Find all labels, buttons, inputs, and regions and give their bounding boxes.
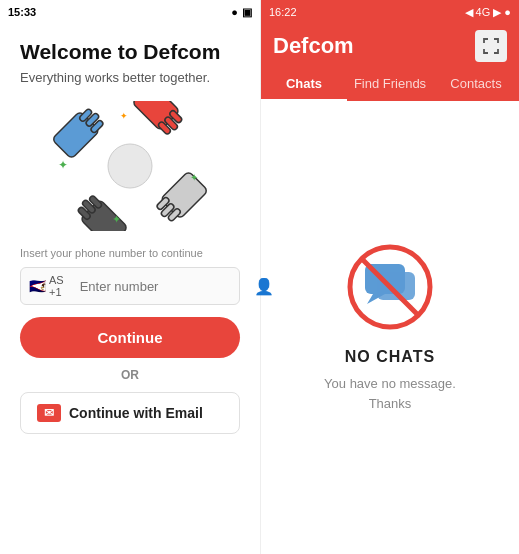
- tab-find-friends[interactable]: Find Friends: [347, 68, 433, 101]
- contacts-icon[interactable]: 👤: [254, 277, 274, 296]
- email-icon: ✉: [37, 404, 61, 422]
- time-right: 16:22: [269, 6, 297, 18]
- email-continue-button[interactable]: ✉ Continue with Email: [20, 392, 240, 434]
- no-chats-subtitle: You have no message. Thanks: [324, 374, 456, 413]
- signal-icon: ▣: [242, 6, 252, 19]
- flag-selector[interactable]: 🇦🇸 AS +1: [29, 274, 64, 298]
- app-header: Defcom: [261, 24, 519, 62]
- network-icon: ◀ 4G ▶ ●: [465, 6, 512, 19]
- svg-text:✦: ✦: [112, 213, 121, 225]
- hands-illustration: ✦ ✦ ✦ ✦: [50, 101, 210, 231]
- svg-point-16: [108, 144, 152, 188]
- left-content: Welcome to Defcom Everything works bette…: [0, 24, 260, 554]
- app-title: Defcom: [273, 33, 354, 59]
- svg-text:✦: ✦: [58, 158, 68, 172]
- welcome-subtitle: Everything works better together.: [20, 70, 240, 85]
- phone-input[interactable]: [80, 279, 248, 294]
- right-panel: 16:22 ◀ 4G ▶ ● Defcom Chats Find Friends…: [260, 0, 519, 554]
- no-chats-icon: [345, 242, 435, 332]
- status-bar-left: 15:33 ● ▣: [0, 0, 260, 24]
- continue-button[interactable]: Continue: [20, 317, 240, 358]
- time-left: 15:33: [8, 6, 36, 18]
- phone-input-row: 🇦🇸 AS +1 👤: [20, 267, 240, 305]
- tab-chats[interactable]: Chats: [261, 68, 347, 101]
- status-icons-left: ● ▣: [231, 6, 252, 19]
- no-chats-title: NO CHATS: [345, 348, 435, 366]
- hands-svg: ✦ ✦ ✦ ✦: [50, 101, 210, 231]
- status-bar-right: 16:22 ◀ 4G ▶ ●: [261, 0, 519, 24]
- tab-contacts[interactable]: Contacts: [433, 68, 519, 101]
- or-divider: OR: [121, 368, 139, 382]
- expand-icon: [482, 37, 500, 55]
- phone-code: AS +1: [49, 274, 64, 298]
- welcome-title: Welcome to Defcom: [20, 40, 240, 64]
- no-chats-area: NO CHATS You have no message. Thanks: [261, 101, 519, 554]
- left-panel: 15:33 ● ▣ Welcome to Defcom Everything w…: [0, 0, 260, 554]
- battery-icon: ●: [231, 6, 238, 18]
- phone-label: Insert your phone number to continue: [20, 247, 240, 259]
- tabs-row: Chats Find Friends Contacts: [261, 62, 519, 101]
- flag-emoji: 🇦🇸: [29, 278, 46, 294]
- svg-text:✦: ✦: [190, 172, 198, 183]
- email-label: Continue with Email: [69, 405, 203, 421]
- expand-button[interactable]: [475, 30, 507, 62]
- svg-text:✦: ✦: [120, 111, 128, 121]
